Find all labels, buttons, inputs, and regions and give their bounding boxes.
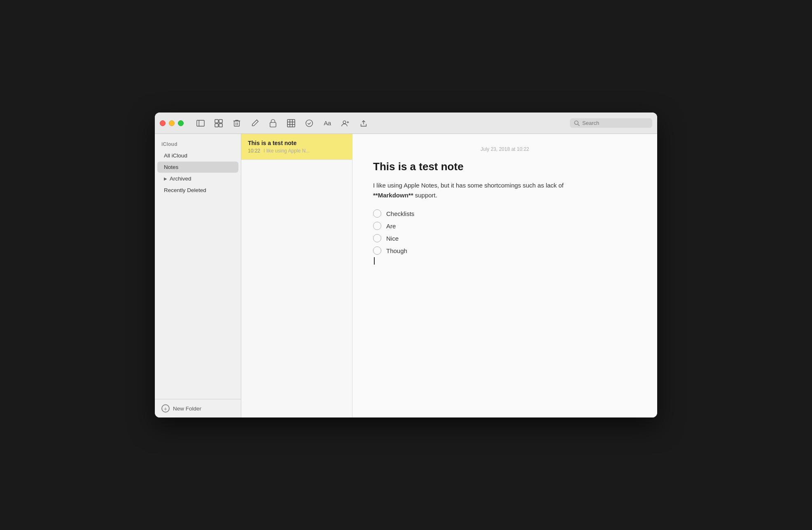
note-editor: July 23, 2018 at 10:22 This is a test no…: [352, 134, 657, 417]
grid-view-button[interactable]: [210, 116, 227, 131]
note-title: This is a test note: [373, 160, 637, 173]
plus-circle-icon: +: [161, 404, 170, 413]
svg-rect-5: [219, 124, 222, 127]
svg-point-16: [343, 121, 346, 124]
sidebar-item-label: Archived: [170, 176, 191, 182]
sidebar-item-recently-deleted[interactable]: Recently Deleted: [157, 185, 238, 196]
new-note-button[interactable]: [246, 116, 264, 131]
svg-point-20: [574, 121, 578, 124]
note-item-title: This is a test note: [248, 140, 345, 146]
checklist-item: Nice: [373, 234, 637, 242]
checklist-item-label: Nice: [386, 235, 399, 242]
chevron-icon: ▶: [164, 176, 167, 181]
minimize-button[interactable]: [169, 120, 175, 126]
search-input[interactable]: [582, 120, 648, 126]
sidebar: iCloud All iCloud Notes ▶ Archived Recen…: [155, 134, 241, 417]
checklist-button[interactable]: [301, 116, 318, 131]
note-date: July 23, 2018 at 10:22: [373, 146, 637, 152]
note-editor-inner[interactable]: July 23, 2018 at 10:22 This is a test no…: [352, 134, 657, 417]
note-body: I like using Apple Notes, but it has som…: [373, 181, 637, 200]
svg-rect-3: [219, 120, 222, 123]
cursor-line: [373, 257, 637, 265]
note-body-line2-suffix: support.: [413, 192, 437, 199]
checklist-circle[interactable]: [373, 222, 381, 230]
svg-rect-2: [215, 120, 218, 123]
checklist-circle[interactable]: [373, 234, 381, 242]
delete-button[interactable]: [228, 116, 245, 131]
note-body-bold: **Markdown**: [373, 192, 413, 199]
checklist-item: Checklists: [373, 209, 637, 218]
table-button[interactable]: [282, 116, 300, 131]
add-people-button[interactable]: [337, 116, 354, 131]
toolbar: Aa: [155, 113, 657, 134]
sidebar-item-notes[interactable]: Notes: [157, 162, 238, 173]
sidebar-content: iCloud All iCloud Notes ▶ Archived Recen…: [155, 134, 241, 399]
svg-rect-10: [287, 120, 295, 127]
note-item[interactable]: This is a test note 10:22 I like using A…: [241, 134, 352, 160]
checklist-item-label: Are: [386, 223, 396, 230]
note-item-meta: 10:22 I like using Apple N...: [248, 148, 345, 154]
search-icon: [574, 120, 580, 126]
sidebar-toggle-button[interactable]: [192, 116, 209, 131]
checklist-circle[interactable]: [373, 209, 381, 218]
checklist-item: Though: [373, 246, 637, 255]
format-button[interactable]: Aa: [319, 116, 336, 131]
sidebar-item-archived[interactable]: ▶ Archived: [157, 173, 238, 184]
sidebar-item-label: Notes: [164, 164, 178, 170]
sidebar-footer: + New Folder: [155, 399, 241, 417]
main-content: iCloud All iCloud Notes ▶ Archived Recen…: [155, 134, 657, 417]
checklist-item: Are: [373, 222, 637, 230]
traffic-lights: [160, 120, 184, 126]
svg-line-21: [578, 124, 579, 126]
search-bar[interactable]: [570, 118, 652, 128]
checklist: Checklists Are Nice Though: [373, 209, 637, 255]
note-item-time: 10:22: [248, 148, 260, 154]
toolbar-buttons: Aa: [192, 116, 570, 131]
svg-rect-6: [234, 121, 240, 126]
lock-button[interactable]: [264, 116, 282, 131]
notes-list: This is a test note 10:22 I like using A…: [241, 134, 352, 417]
svg-rect-4: [215, 124, 218, 127]
checklist-item-label: Checklists: [386, 210, 414, 217]
sidebar-item-label: Recently Deleted: [164, 187, 206, 193]
text-cursor: [374, 257, 375, 265]
svg-point-15: [306, 120, 313, 126]
app-window: Aa iCloud All iCloud: [155, 113, 657, 417]
close-button[interactable]: [160, 120, 166, 126]
sidebar-section-header: iCloud: [155, 139, 241, 150]
new-folder-button[interactable]: + New Folder: [161, 404, 234, 413]
svg-rect-0: [197, 120, 204, 126]
svg-rect-9: [270, 122, 276, 127]
checklist-circle[interactable]: [373, 246, 381, 255]
share-button[interactable]: [355, 116, 372, 131]
format-icon: Aa: [324, 120, 331, 127]
new-folder-label: New Folder: [173, 406, 201, 412]
fullscreen-button[interactable]: [178, 120, 184, 126]
sidebar-item-all-icloud[interactable]: All iCloud: [157, 150, 238, 161]
note-body-line1: I like using Apple Notes, but it has som…: [373, 182, 564, 189]
checklist-item-label: Though: [386, 247, 407, 254]
note-item-preview: I like using Apple N...: [264, 148, 310, 154]
sidebar-item-label: All iCloud: [164, 152, 187, 159]
